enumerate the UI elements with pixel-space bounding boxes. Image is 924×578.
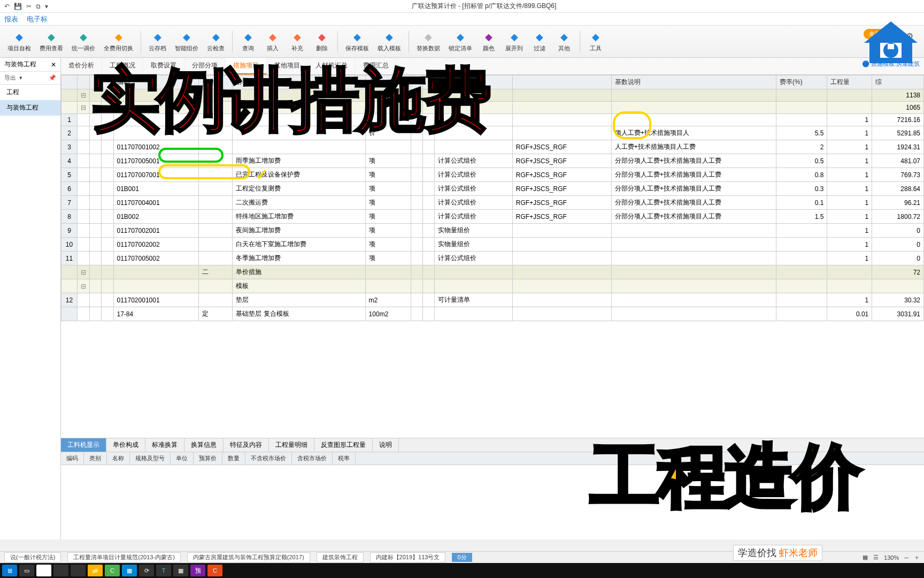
table-row[interactable]: 9 011707002001夜间施工增加费项 实物量组价 10 xyxy=(61,224,924,238)
save-icon[interactable]: 💾 xyxy=(14,3,22,10)
table-row[interactable]: ⊟ 1138 xyxy=(61,89,924,102)
tool-插入[interactable]: ◆插入 xyxy=(261,29,284,54)
copy-icon[interactable]: ⧉ xyxy=(36,3,41,10)
view-grid-icon[interactable]: ▦ xyxy=(863,554,868,561)
col-header[interactable] xyxy=(422,75,434,89)
table-row[interactable]: 10 011707002002白天在地下室施工增加费项 实物量组价 10 xyxy=(61,238,924,252)
table-row[interactable]: 17-84定基础垫层 复合模板100m2 0.013031.91 xyxy=(61,307,924,321)
col-header[interactable]: 工程量 xyxy=(827,75,872,89)
task-app-6[interactable]: ⟳ xyxy=(139,565,154,576)
col-header[interactable] xyxy=(78,75,90,89)
table-row[interactable]: 4 011707005001雨季施工增加费项 计算公式组价RGF+JSCS_RG… xyxy=(61,154,924,168)
zoom-level[interactable]: 130% xyxy=(884,554,899,561)
sidebar-item[interactable]: 与装饰工程 xyxy=(0,100,60,116)
tool-展开到[interactable]: ◆展开到 xyxy=(502,29,526,54)
table-row[interactable]: 7 011707004001二次搬运费项 计算公式组价RGF+JSCS_RGF分… xyxy=(61,196,924,210)
table-row[interactable]: 2 价 项人工费+技术措施项目人 5.515291.85 xyxy=(61,126,924,140)
tool-过滤[interactable]: ◆过滤 xyxy=(528,29,551,54)
col-header[interactable] xyxy=(411,75,422,89)
task-app-7[interactable]: T xyxy=(156,565,171,576)
task-app-8[interactable]: ▦ xyxy=(173,565,188,576)
menu-report[interactable]: 报表 xyxy=(4,14,18,24)
table-row[interactable]: 8 01B002特殊地区施工增加费项 计算公式组价RGF+JSCS_RGF分部分… xyxy=(61,210,924,224)
taskview-icon[interactable]: ▭ xyxy=(19,565,34,576)
status-pill[interactable]: 工程量清单项目计量规范(2013-内蒙古) xyxy=(67,552,180,562)
tool-颜色[interactable]: ◆颜色 xyxy=(478,29,500,54)
tool-查询[interactable]: ◆查询 xyxy=(237,29,259,54)
col-header[interactable]: 综 xyxy=(872,75,924,89)
btab-单价构成[interactable]: 单价构成 xyxy=(106,438,145,452)
table-row[interactable]: 3 011707001002 RGF+JSCS_RGF人工费+技术措施项目人工费… xyxy=(61,140,924,154)
table-row[interactable]: 12 011702001001垫层m2 可计量清单 130.32 xyxy=(61,293,924,307)
tool-项目自检[interactable]: ◆项目自检 xyxy=(4,29,34,54)
task-app-4[interactable]: C xyxy=(105,565,120,576)
btab-工料机显示[interactable]: 工料机显示 xyxy=(61,438,106,452)
export-dropdown[interactable]: 导出 xyxy=(4,74,16,82)
tool-全费用切换[interactable]: ◆全费用切换 xyxy=(101,29,136,54)
col-header[interactable]: 类别 xyxy=(198,75,232,89)
cut-icon[interactable]: ✂ xyxy=(26,3,32,10)
col-header[interactable]: 费率(%) xyxy=(776,75,827,89)
table-row[interactable]: ⊟ 二单价措施 72 xyxy=(61,265,924,279)
grid-wrap[interactable]: 编码类别名称单位组价方式基数说明费率(%)工程量综 ⊟ 1138⊟ 10651 … xyxy=(61,75,924,438)
table-row[interactable]: 6 01B001工程定位复测费项 计算公式组价RGF+JSCS_RGF分部分项人… xyxy=(61,182,924,196)
status-pill[interactable]: 内蒙古房屋建筑与装饰工程预算定额(2017) xyxy=(187,552,310,562)
table-row[interactable]: 11 011707005002冬季施工增加费项 计算公式组价 10 xyxy=(61,252,924,265)
tab-分部分项[interactable]: 分部分项 xyxy=(184,58,226,74)
tool-云检查[interactable]: ◆云检查 xyxy=(204,29,228,54)
col-header[interactable]: 名称 xyxy=(233,75,365,89)
table-row[interactable]: 5 011707007001已完工程及设备保护费项 计算公式组价RGF+JSCS… xyxy=(61,168,924,182)
tool-统一调价[interactable]: ◆统一调价 xyxy=(68,29,98,54)
col-header[interactable]: 单位 xyxy=(365,75,411,89)
status-score[interactable]: 0分 xyxy=(452,553,472,562)
btab-特征及内容[interactable]: 特征及内容 xyxy=(224,438,269,452)
tab-人材机汇总[interactable]: 人材机汇总 xyxy=(308,58,356,74)
col-header[interactable] xyxy=(102,75,113,89)
tool-智能组价[interactable]: ◆智能组价 xyxy=(172,29,202,54)
zoom-out-icon[interactable]: ─ xyxy=(904,554,908,561)
col-header[interactable] xyxy=(512,75,611,89)
sidebar-item[interactable]: 工程 xyxy=(0,85,60,100)
tab-取费设置[interactable]: 取费设置 xyxy=(143,58,184,74)
tab-其他项目[interactable]: 其他项目 xyxy=(267,58,308,74)
start-button[interactable]: ⊞ xyxy=(2,565,17,576)
tool-云存档[interactable]: ◆云存档 xyxy=(145,29,170,54)
settings-icon[interactable]: ⚙ xyxy=(906,31,913,41)
table-row[interactable]: 1 17216.16 xyxy=(61,114,924,126)
col-header[interactable]: 组价方式 xyxy=(435,75,513,89)
tab-工程概况[interactable]: 工程概况 xyxy=(102,58,143,74)
status-pill[interactable]: 内建标【2019】113号文 xyxy=(370,552,446,562)
col-header[interactable]: 编码 xyxy=(113,75,198,89)
zoom-in-icon[interactable]: ＋ xyxy=(914,553,920,561)
btab-换算信息[interactable]: 换算信息 xyxy=(184,438,224,452)
col-header[interactable] xyxy=(61,75,78,89)
task-app-3[interactable] xyxy=(71,565,86,576)
col-header[interactable]: 基数说明 xyxy=(611,75,776,89)
tool-保存模板[interactable]: ◆保存模板 xyxy=(342,29,372,54)
status-pill[interactable]: 建筑装饰工程 xyxy=(317,552,364,562)
btab-工程量明细[interactable]: 工程量明细 xyxy=(269,438,314,452)
task-app-1[interactable] xyxy=(36,565,51,576)
login-badge[interactable]: 未登录 xyxy=(864,29,892,39)
btab-说明[interactable]: 说明 xyxy=(373,438,399,452)
menu-ebid[interactable]: 电子标 xyxy=(27,14,48,24)
tool-载入模板[interactable]: ◆载入模板 xyxy=(374,29,404,54)
table-row[interactable]: ⊟ 模板 xyxy=(61,279,924,293)
tool-替换数据[interactable]: ◆替换数据 xyxy=(413,29,443,54)
tab-措施项目[interactable]: 措施项目 xyxy=(226,58,267,74)
task-app-9[interactable]: 预 xyxy=(190,565,205,576)
back-icon[interactable]: ↶ xyxy=(4,3,10,10)
tool-工具[interactable]: ◆工具 xyxy=(584,29,607,54)
task-app-2[interactable] xyxy=(53,565,68,576)
col-header[interactable] xyxy=(90,75,102,89)
view-list-icon[interactable]: ☰ xyxy=(873,554,879,561)
sidebar-close-icon[interactable]: ✕ xyxy=(51,61,56,69)
data-grid[interactable]: 编码类别名称单位组价方式基数说明费率(%)工程量综 ⊟ 1138⊟ 10651 … xyxy=(61,75,924,321)
task-folder[interactable]: 📁 xyxy=(88,565,103,576)
tab-造价分析[interactable]: 造价分析 xyxy=(61,58,102,74)
task-app-10[interactable]: C xyxy=(207,565,222,576)
tool-锁定清单[interactable]: ◆锁定清单 xyxy=(445,29,475,54)
btab-标准换算[interactable]: 标准换算 xyxy=(145,438,184,452)
tool-其他[interactable]: ◆其他 xyxy=(553,29,575,54)
status-pill[interactable]: 说(一般计税方法) xyxy=(4,552,61,562)
